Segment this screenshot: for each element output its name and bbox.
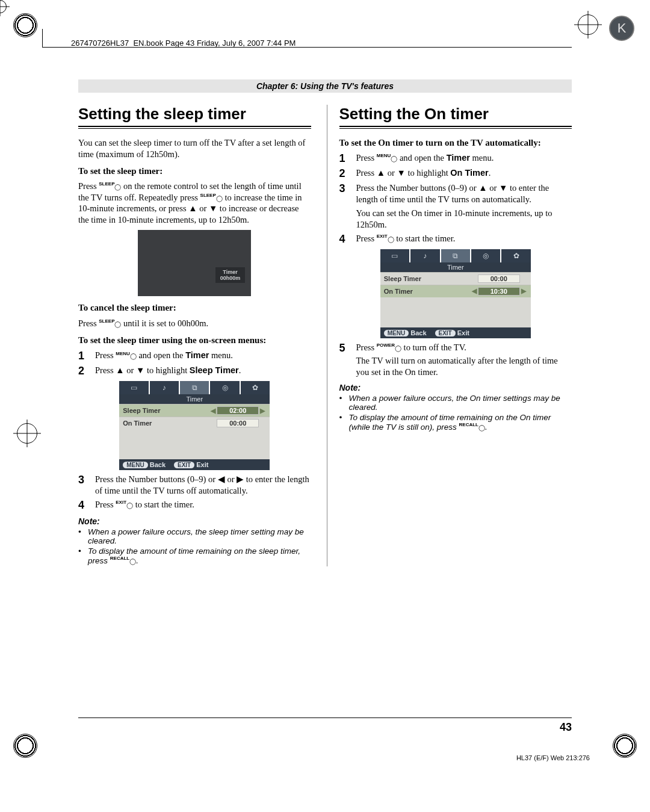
step-text: Press ▲ or ▼ to highlight On Timer. [356, 167, 572, 180]
osd-row-label: On Timer [123, 420, 209, 427]
center-mark-icon [0, 0, 7, 13]
step-row: 4 Press EXIT◯ to start the timer. [78, 499, 311, 512]
note-item: •When a power failure occurs, the On tim… [339, 394, 572, 412]
remote-button-label: POWER [377, 342, 395, 349]
remote-button-label: SLEEP [99, 181, 114, 187]
osd-footer-pill: MENU [384, 330, 409, 336]
remote-button-label: SLEEP [200, 193, 216, 199]
osd-row-value: 00:00 [478, 274, 520, 283]
osd-timer-overlay: Timer 00h00m [138, 230, 251, 296]
remote-button-icon: ◯ [130, 352, 137, 360]
timer-overlay-title: Timer [220, 269, 241, 275]
subheading: To set the sleep timer: [78, 166, 311, 177]
crop-mark-icon [574, 11, 602, 39]
footer-code: HL37 (E/F) Web 213:276 [516, 754, 590, 761]
body-text: Press SLEEP◯ until it is set to 00h00m. [78, 318, 311, 329]
heading-rule [78, 128, 311, 129]
osd-left-arrow-icon: ◀ [471, 287, 478, 295]
osd-footer-label: Exit [196, 461, 208, 468]
step-number: 1 [78, 350, 89, 362]
note-item: • To display the amount of time remainin… [339, 413, 572, 432]
step-number: 2 [339, 167, 350, 180]
remote-button-icon: ◯ [114, 184, 121, 191]
osd-menu-screenshot: ▭ ♪ ⧉ ◎ ✿ Timer Sleep Timer 00:00 On Tim… [380, 249, 531, 338]
remote-button-icon: ◯ [114, 321, 121, 329]
remote-button-label: RECALL [459, 422, 478, 427]
osd-footer-label: Back [410, 329, 426, 336]
remote-button-label: EXIT [116, 500, 126, 506]
step-text: Press EXIT◯ to start the timer. [95, 499, 311, 512]
remote-button-icon: ◯ [216, 195, 223, 203]
remote-button-label: RECALL [110, 556, 129, 561]
timer-overlay-value: 00h00m [220, 275, 241, 281]
osd-right-arrow-icon: ▶ [520, 287, 527, 295]
framemaker-meta: 267470726HL37_EN.book Page 43 Friday, Ju… [71, 39, 296, 48]
note-heading: Note: [339, 383, 572, 392]
osd-tab-icon: ◎ [471, 249, 500, 262]
osd-tab-icon: ▭ [380, 249, 409, 262]
osd-tab-icon: ♪ [410, 249, 439, 262]
remote-button-label: MENU [116, 351, 130, 357]
osd-row-label: Sleep Timer [384, 275, 471, 282]
remote-button-icon: ◯ [388, 235, 394, 243]
step-number: 5 [339, 342, 350, 379]
osd-right-arrow-icon: ▶ [259, 407, 266, 415]
remote-button-icon: ◯ [391, 155, 397, 163]
step-number: 4 [78, 499, 89, 512]
step-number: 3 [78, 474, 89, 497]
step-row: 5 Press POWER◯ to turn off the TV. The T… [339, 342, 572, 379]
osd-tab-icon: ▭ [119, 381, 148, 394]
step-row: 2 Press ▲ or ▼ to highlight Sleep Timer. [78, 365, 311, 377]
body-text: Press SLEEP◯ on the remote control to se… [78, 181, 311, 225]
step-text: Press MENU◯ and open the Timer menu. [356, 152, 572, 165]
osd-footer-pill: EXIT [435, 330, 456, 336]
registration-mark-icon [613, 734, 637, 758]
remote-button-icon: ◯ [478, 424, 485, 431]
note-heading: Note: [78, 516, 311, 526]
step-number: 3 [339, 182, 350, 230]
osd-menu-title: Timer [119, 394, 270, 404]
step-text: Press the Number buttons (0–9) or ▲ or ▼… [356, 182, 572, 230]
osd-tab-icon: ◎ [210, 381, 239, 394]
step-text: Press ▲ or ▼ to highlight Sleep Timer. [95, 365, 311, 377]
intro-text: You can set the sleep timer to turn off … [78, 137, 311, 160]
heading-rule [339, 128, 572, 129]
step-row: 3 Press the Number buttons (0–9) or ◀ or… [78, 474, 311, 497]
step-text: Press POWER◯ to turn off the TV. The TV … [356, 342, 572, 379]
step-number: 1 [339, 152, 350, 165]
chapter-heading: Chapter 6: Using the TV's features [78, 79, 572, 93]
subheading: To set the sleep timer using the on-scre… [78, 335, 311, 346]
osd-tab-icon: ♪ [150, 381, 179, 394]
osd-row-value: 00:00 [217, 419, 259, 427]
frame-rule [42, 29, 43, 47]
registration-mark-icon [13, 13, 37, 37]
note-item: • To display the amount of time remainin… [78, 547, 311, 565]
remote-button-label: MENU [377, 153, 391, 159]
remote-button-icon: ◯ [129, 558, 136, 565]
osd-footer-label: Exit [457, 329, 469, 336]
step-text: Press EXIT◯ to start the timer. [356, 233, 572, 246]
page-number: 43 [560, 721, 572, 734]
osd-footer-label: Back [150, 461, 166, 468]
osd-menu-title: Timer [380, 262, 531, 272]
footer-rule [78, 717, 572, 718]
step-text: Press the Number buttons (0–9) or ◀ or ▶… [95, 474, 311, 497]
subheading: To set the On timer to turn on the TV au… [339, 137, 572, 149]
osd-left-arrow-icon: ◀ [209, 407, 217, 415]
osd-row-label: Sleep Timer [123, 407, 209, 414]
osd-footer-pill: EXIT [174, 462, 194, 468]
crop-mark-icon [13, 420, 41, 447]
section-heading-on-timer: Setting the On timer [339, 105, 572, 127]
remote-button-icon: ◯ [395, 344, 401, 352]
osd-row-label: On Timer [384, 288, 471, 295]
step-text: Press MENU◯ and open the Timer menu. [95, 350, 311, 362]
step-row: 2 Press ▲ or ▼ to highlight On Timer. [339, 167, 572, 180]
section-heading-sleep-timer: Setting the sleep timer [78, 105, 311, 127]
step-row: 1 Press MENU◯ and open the Timer menu. [78, 350, 311, 362]
step-row: 4 Press EXIT◯ to start the timer. [339, 233, 572, 246]
ink-badge: K [609, 16, 634, 41]
osd-row-value: 10:30 [478, 287, 520, 296]
remote-button-label: EXIT [377, 234, 388, 240]
osd-tab-icon: ⧉ [441, 249, 470, 262]
osd-tab-icon: ⧉ [180, 381, 209, 394]
